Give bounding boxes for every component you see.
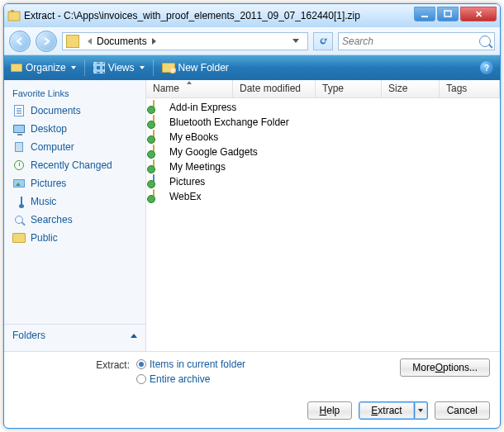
folder-icon (153, 145, 166, 159)
documents-icon (12, 104, 26, 117)
list-item[interactable]: My Google Gadgets (148, 145, 498, 159)
chevron-down-icon (418, 409, 423, 412)
chevron-down-icon (140, 66, 145, 69)
sidebar: Favorite Links Documents Desktop Compute… (4, 80, 146, 351)
chevron-up-icon (131, 334, 137, 338)
new-folder-button[interactable]: New Folder (162, 62, 229, 74)
file-name: My eBooks (169, 131, 218, 143)
organize-menu[interactable]: Organize (11, 62, 76, 74)
column-date[interactable]: Date modified (233, 80, 316, 97)
desktop-icon (12, 122, 26, 135)
refresh-button[interactable] (313, 32, 333, 50)
folder-icon (153, 190, 166, 203)
sidebar-item-searches[interactable]: Searches (4, 211, 145, 229)
radio-icon (136, 359, 146, 369)
column-name[interactable]: Name (146, 80, 233, 97)
svg-rect-2 (421, 16, 428, 17)
search-input[interactable] (342, 36, 479, 47)
navigation-bar: Documents (4, 27, 500, 55)
cancel-button[interactable]: Cancel (435, 401, 490, 420)
address-bar[interactable]: Documents (62, 32, 308, 50)
list-item[interactable]: WebEx (148, 189, 498, 204)
sidebar-item-music[interactable]: Music (4, 192, 145, 211)
maximize-button[interactable] (437, 7, 459, 21)
new-folder-icon (162, 63, 175, 73)
sort-ascending-icon (187, 81, 192, 84)
list-item[interactable]: Add-in Express (148, 100, 498, 115)
sidebar-item-pictures[interactable]: Pictures (4, 174, 145, 192)
breadcrumb-prev-arrow[interactable] (88, 38, 92, 45)
file-list[interactable]: Add-in ExpressBluetooth Exchange FolderM… (146, 98, 500, 351)
svg-rect-0 (8, 12, 20, 21)
sidebar-item-recently-changed[interactable]: Recently Changed (4, 156, 145, 174)
dialog-footer: Help Extract Cancel (4, 393, 500, 428)
file-name: Bluetooth Exchange Folder (169, 116, 289, 128)
radio-entire-archive[interactable]: Entire archive (136, 373, 393, 385)
back-button[interactable] (9, 31, 31, 52)
sidebar-item-documents[interactable]: Documents (4, 102, 145, 120)
pictures-icon (12, 177, 26, 190)
sidebar-heading: Favorite Links (4, 85, 145, 102)
column-tags[interactable]: Tags (440, 80, 500, 97)
file-name: My Google Gadgets (169, 146, 258, 158)
column-type[interactable]: Type (316, 80, 382, 97)
computer-icon (12, 140, 26, 154)
sidebar-item-public[interactable]: Public (4, 229, 145, 247)
file-pane: Name Date modified Type Size Tags Add-in… (146, 80, 500, 351)
searches-icon (12, 213, 26, 226)
column-size[interactable]: Size (382, 80, 440, 97)
folder-icon (153, 101, 166, 114)
music-icon (12, 195, 26, 208)
sidebar-item-computer[interactable]: Computer (4, 138, 145, 156)
folder-icon (153, 175, 166, 188)
breadcrumb-arrow-icon[interactable] (152, 38, 156, 45)
column-headers: Name Date modified Type Size Tags (146, 80, 500, 98)
clock-icon (12, 159, 26, 172)
extract-button[interactable]: Extract (359, 401, 414, 420)
list-item[interactable]: Bluetooth Exchange Folder (148, 115, 498, 130)
address-dropdown-icon[interactable] (292, 39, 299, 43)
forward-button[interactable] (36, 31, 57, 52)
file-name: Pictures (169, 176, 205, 188)
window-title: Extract - C:\Apps\invoices_with_proof_el… (24, 10, 414, 21)
organize-icon (11, 64, 22, 72)
file-name: Add-in Express (169, 102, 236, 113)
search-icon (479, 36, 491, 47)
search-box[interactable] (338, 32, 495, 50)
list-item[interactable]: Pictures (148, 174, 498, 189)
list-item[interactable]: My eBooks (148, 130, 498, 145)
close-button[interactable]: ✕ (460, 7, 497, 21)
extract-dropdown[interactable] (415, 401, 428, 420)
sidebar-item-desktop[interactable]: Desktop (4, 120, 145, 138)
help-icon: ? (480, 61, 493, 74)
chevron-down-icon (71, 66, 76, 69)
help-button[interactable]: ? (480, 61, 493, 74)
views-icon (93, 62, 105, 74)
help-button[interactable]: Help (307, 401, 353, 420)
options-panel: Extract: Items in current folder Entire … (4, 351, 500, 393)
breadcrumb-current[interactable]: Documents (97, 36, 147, 47)
list-item[interactable]: My Meetings (148, 159, 498, 174)
command-toolbar: Organize Views New Folder ? (4, 55, 500, 80)
svg-rect-3 (445, 11, 451, 17)
more-options-button[interactable]: More Options... (400, 358, 490, 377)
folders-tree-toggle[interactable]: Folders (4, 324, 145, 346)
extract-label: Extract: (14, 358, 130, 371)
titlebar[interactable]: Extract - C:\Apps\invoices_with_proof_el… (4, 4, 500, 27)
public-folder-icon (12, 231, 26, 244)
location-icon (66, 35, 79, 48)
svg-rect-1 (11, 10, 14, 12)
folder-icon (153, 131, 166, 144)
radio-items-current[interactable]: Items in current folder (136, 358, 393, 370)
minimize-button[interactable] (414, 7, 435, 21)
extract-dialog: Extract - C:\Apps\invoices_with_proof_el… (3, 3, 501, 429)
folder-icon (153, 160, 166, 173)
file-name: My Meetings (169, 161, 226, 173)
app-icon (7, 9, 21, 22)
folder-icon (153, 116, 166, 129)
views-menu[interactable]: Views (93, 62, 145, 74)
file-name: WebEx (169, 191, 201, 202)
extract-split-button: Extract (359, 401, 427, 420)
radio-icon (136, 374, 146, 384)
